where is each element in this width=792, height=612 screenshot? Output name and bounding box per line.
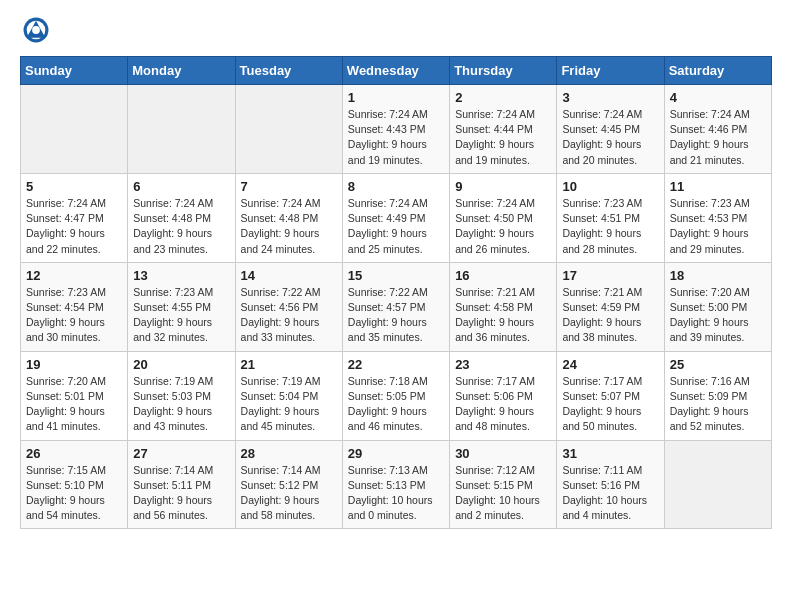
day-number: 27	[133, 446, 229, 461]
day-cell: 9Sunrise: 7:24 AMSunset: 4:50 PMDaylight…	[450, 173, 557, 262]
day-info: Sunrise: 7:12 AMSunset: 5:15 PMDaylight:…	[455, 463, 551, 524]
day-number: 18	[670, 268, 766, 283]
day-number: 5	[26, 179, 122, 194]
day-cell	[128, 85, 235, 174]
day-cell: 24Sunrise: 7:17 AMSunset: 5:07 PMDayligh…	[557, 351, 664, 440]
day-info: Sunrise: 7:22 AMSunset: 4:57 PMDaylight:…	[348, 285, 444, 346]
day-info: Sunrise: 7:23 AMSunset: 4:54 PMDaylight:…	[26, 285, 122, 346]
day-number: 6	[133, 179, 229, 194]
day-number: 16	[455, 268, 551, 283]
day-info: Sunrise: 7:13 AMSunset: 5:13 PMDaylight:…	[348, 463, 444, 524]
day-info: Sunrise: 7:23 AMSunset: 4:55 PMDaylight:…	[133, 285, 229, 346]
day-cell: 20Sunrise: 7:19 AMSunset: 5:03 PMDayligh…	[128, 351, 235, 440]
day-info: Sunrise: 7:19 AMSunset: 5:03 PMDaylight:…	[133, 374, 229, 435]
day-info: Sunrise: 7:17 AMSunset: 5:07 PMDaylight:…	[562, 374, 658, 435]
day-number: 20	[133, 357, 229, 372]
day-info: Sunrise: 7:14 AMSunset: 5:11 PMDaylight:…	[133, 463, 229, 524]
day-info: Sunrise: 7:15 AMSunset: 5:10 PMDaylight:…	[26, 463, 122, 524]
day-info: Sunrise: 7:24 AMSunset: 4:46 PMDaylight:…	[670, 107, 766, 168]
day-cell: 5Sunrise: 7:24 AMSunset: 4:47 PMDaylight…	[21, 173, 128, 262]
day-number: 31	[562, 446, 658, 461]
day-info: Sunrise: 7:24 AMSunset: 4:45 PMDaylight:…	[562, 107, 658, 168]
day-number: 8	[348, 179, 444, 194]
day-number: 24	[562, 357, 658, 372]
day-cell: 6Sunrise: 7:24 AMSunset: 4:48 PMDaylight…	[128, 173, 235, 262]
weekday-header-monday: Monday	[128, 57, 235, 85]
calendar-page: SundayMondayTuesdayWednesdayThursdayFrid…	[0, 0, 792, 545]
day-number: 19	[26, 357, 122, 372]
day-cell: 23Sunrise: 7:17 AMSunset: 5:06 PMDayligh…	[450, 351, 557, 440]
day-number: 26	[26, 446, 122, 461]
day-number: 22	[348, 357, 444, 372]
weekday-header-friday: Friday	[557, 57, 664, 85]
day-cell: 18Sunrise: 7:20 AMSunset: 5:00 PMDayligh…	[664, 262, 771, 351]
day-number: 23	[455, 357, 551, 372]
day-number: 12	[26, 268, 122, 283]
day-info: Sunrise: 7:24 AMSunset: 4:44 PMDaylight:…	[455, 107, 551, 168]
day-cell: 25Sunrise: 7:16 AMSunset: 5:09 PMDayligh…	[664, 351, 771, 440]
day-cell: 2Sunrise: 7:24 AMSunset: 4:44 PMDaylight…	[450, 85, 557, 174]
day-cell: 10Sunrise: 7:23 AMSunset: 4:51 PMDayligh…	[557, 173, 664, 262]
day-cell	[21, 85, 128, 174]
day-info: Sunrise: 7:14 AMSunset: 5:12 PMDaylight:…	[241, 463, 337, 524]
day-number: 7	[241, 179, 337, 194]
day-cell: 17Sunrise: 7:21 AMSunset: 4:59 PMDayligh…	[557, 262, 664, 351]
weekday-header-sunday: Sunday	[21, 57, 128, 85]
week-row-4: 19Sunrise: 7:20 AMSunset: 5:01 PMDayligh…	[21, 351, 772, 440]
day-cell: 7Sunrise: 7:24 AMSunset: 4:48 PMDaylight…	[235, 173, 342, 262]
day-cell: 14Sunrise: 7:22 AMSunset: 4:56 PMDayligh…	[235, 262, 342, 351]
day-info: Sunrise: 7:11 AMSunset: 5:16 PMDaylight:…	[562, 463, 658, 524]
day-cell	[235, 85, 342, 174]
day-info: Sunrise: 7:24 AMSunset: 4:49 PMDaylight:…	[348, 196, 444, 257]
day-cell: 31Sunrise: 7:11 AMSunset: 5:16 PMDayligh…	[557, 440, 664, 529]
day-cell: 16Sunrise: 7:21 AMSunset: 4:58 PMDayligh…	[450, 262, 557, 351]
day-cell: 30Sunrise: 7:12 AMSunset: 5:15 PMDayligh…	[450, 440, 557, 529]
day-number: 10	[562, 179, 658, 194]
day-cell: 11Sunrise: 7:23 AMSunset: 4:53 PMDayligh…	[664, 173, 771, 262]
day-info: Sunrise: 7:22 AMSunset: 4:56 PMDaylight:…	[241, 285, 337, 346]
weekday-header-saturday: Saturday	[664, 57, 771, 85]
day-number: 29	[348, 446, 444, 461]
day-info: Sunrise: 7:24 AMSunset: 4:43 PMDaylight:…	[348, 107, 444, 168]
day-number: 11	[670, 179, 766, 194]
day-info: Sunrise: 7:24 AMSunset: 4:48 PMDaylight:…	[133, 196, 229, 257]
week-row-1: 1Sunrise: 7:24 AMSunset: 4:43 PMDaylight…	[21, 85, 772, 174]
day-number: 1	[348, 90, 444, 105]
day-cell: 13Sunrise: 7:23 AMSunset: 4:55 PMDayligh…	[128, 262, 235, 351]
weekday-header-row: SundayMondayTuesdayWednesdayThursdayFrid…	[21, 57, 772, 85]
day-number: 14	[241, 268, 337, 283]
day-info: Sunrise: 7:24 AMSunset: 4:48 PMDaylight:…	[241, 196, 337, 257]
day-number: 2	[455, 90, 551, 105]
day-cell: 1Sunrise: 7:24 AMSunset: 4:43 PMDaylight…	[342, 85, 449, 174]
weekday-header-tuesday: Tuesday	[235, 57, 342, 85]
day-cell: 26Sunrise: 7:15 AMSunset: 5:10 PMDayligh…	[21, 440, 128, 529]
day-info: Sunrise: 7:23 AMSunset: 4:51 PMDaylight:…	[562, 196, 658, 257]
day-cell: 12Sunrise: 7:23 AMSunset: 4:54 PMDayligh…	[21, 262, 128, 351]
day-number: 3	[562, 90, 658, 105]
day-number: 15	[348, 268, 444, 283]
day-info: Sunrise: 7:17 AMSunset: 5:06 PMDaylight:…	[455, 374, 551, 435]
day-cell: 3Sunrise: 7:24 AMSunset: 4:45 PMDaylight…	[557, 85, 664, 174]
day-number: 17	[562, 268, 658, 283]
day-number: 21	[241, 357, 337, 372]
logo-icon	[22, 16, 50, 44]
day-cell: 8Sunrise: 7:24 AMSunset: 4:49 PMDaylight…	[342, 173, 449, 262]
day-info: Sunrise: 7:19 AMSunset: 5:04 PMDaylight:…	[241, 374, 337, 435]
week-row-2: 5Sunrise: 7:24 AMSunset: 4:47 PMDaylight…	[21, 173, 772, 262]
day-info: Sunrise: 7:24 AMSunset: 4:50 PMDaylight:…	[455, 196, 551, 257]
day-cell: 22Sunrise: 7:18 AMSunset: 5:05 PMDayligh…	[342, 351, 449, 440]
day-cell: 27Sunrise: 7:14 AMSunset: 5:11 PMDayligh…	[128, 440, 235, 529]
logo	[20, 16, 54, 44]
day-cell	[664, 440, 771, 529]
day-cell: 29Sunrise: 7:13 AMSunset: 5:13 PMDayligh…	[342, 440, 449, 529]
day-cell: 4Sunrise: 7:24 AMSunset: 4:46 PMDaylight…	[664, 85, 771, 174]
weekday-header-thursday: Thursday	[450, 57, 557, 85]
day-info: Sunrise: 7:23 AMSunset: 4:53 PMDaylight:…	[670, 196, 766, 257]
day-number: 13	[133, 268, 229, 283]
weekday-header-wednesday: Wednesday	[342, 57, 449, 85]
day-cell: 28Sunrise: 7:14 AMSunset: 5:12 PMDayligh…	[235, 440, 342, 529]
day-cell: 15Sunrise: 7:22 AMSunset: 4:57 PMDayligh…	[342, 262, 449, 351]
day-info: Sunrise: 7:21 AMSunset: 4:59 PMDaylight:…	[562, 285, 658, 346]
day-number: 9	[455, 179, 551, 194]
day-info: Sunrise: 7:16 AMSunset: 5:09 PMDaylight:…	[670, 374, 766, 435]
